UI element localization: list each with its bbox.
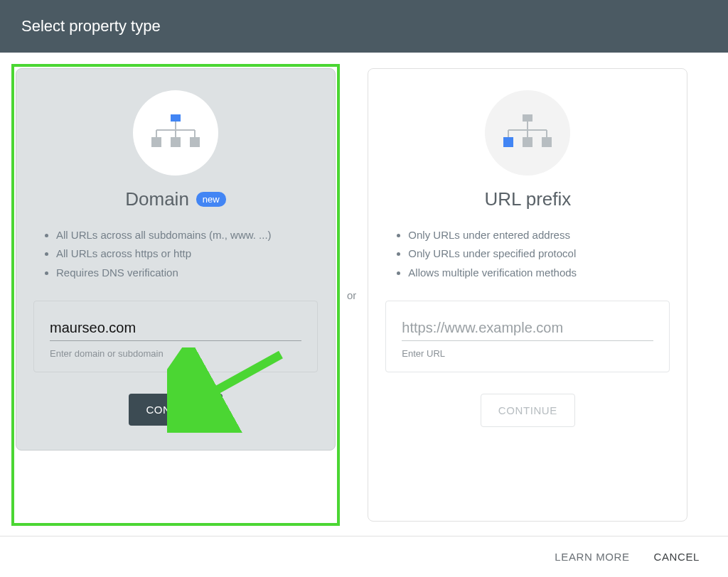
dialog-title: Select property type — [21, 17, 161, 35]
list-item: Requires DNS verification — [56, 264, 318, 282]
domain-title: Domain — [125, 188, 189, 210]
svg-rect-0 — [171, 114, 181, 122]
prefix-input-hint: Enter URL — [402, 348, 653, 359]
prefix-title-row: URL prefix — [484, 188, 571, 210]
prefix-bullets: Only URLs under entered address Only URL… — [385, 226, 670, 282]
svg-rect-15 — [503, 137, 513, 147]
svg-rect-17 — [542, 137, 552, 147]
sitemap-icon — [503, 112, 552, 154]
prefix-input-block: Enter URL — [385, 301, 670, 372]
dialog: Select property type — [0, 0, 728, 577]
list-item: All URLs across https or http — [56, 244, 318, 263]
dialog-content: Domain new All URLs across all subdomain… — [0, 53, 728, 536]
domain-bullets: All URLs across all subdomains (m., www.… — [33, 226, 318, 282]
domain-continue-button[interactable]: CONTINUE — [129, 394, 222, 426]
list-item: Allows multiple verification methods — [408, 264, 670, 282]
dialog-footer: LEARN MORE CANCEL — [0, 536, 728, 577]
svg-rect-9 — [523, 114, 532, 122]
learn-more-button[interactable]: LEARN MORE — [555, 551, 629, 563]
domain-input-block: Enter domain or subdomain — [33, 301, 318, 372]
domain-icon-circle — [133, 90, 218, 176]
svg-rect-8 — [190, 137, 200, 147]
url-prefix-card[interactable]: URL prefix Only URLs under entered addre… — [368, 68, 687, 522]
list-item: All URLs across all subdomains (m., www.… — [56, 226, 318, 244]
list-item: Only URLs under entered address — [408, 226, 670, 244]
svg-rect-16 — [523, 137, 532, 147]
list-item: Only URLs under specified protocol — [408, 244, 670, 263]
url-prefix-input[interactable] — [402, 318, 653, 341]
domain-input-hint: Enter domain or subdomain — [50, 348, 301, 359]
domain-card[interactable]: Domain new All URLs across all subdomain… — [16, 68, 336, 451]
cancel-button[interactable]: CANCEL — [654, 551, 700, 563]
prefix-title: URL prefix — [484, 188, 571, 210]
domain-input[interactable] — [50, 318, 301, 341]
domain-title-row: Domain new — [125, 188, 225, 210]
dialog-header: Select property type — [0, 0, 728, 53]
svg-rect-6 — [151, 137, 161, 147]
prefix-continue-button: CONTINUE — [481, 394, 575, 427]
domain-card-wrap: Domain new All URLs across all subdomain… — [16, 68, 336, 522]
svg-rect-7 — [171, 137, 181, 147]
new-badge: new — [196, 192, 226, 207]
sitemap-icon — [151, 112, 200, 154]
or-separator: or — [336, 289, 368, 301]
prefix-icon-circle — [485, 90, 570, 176]
